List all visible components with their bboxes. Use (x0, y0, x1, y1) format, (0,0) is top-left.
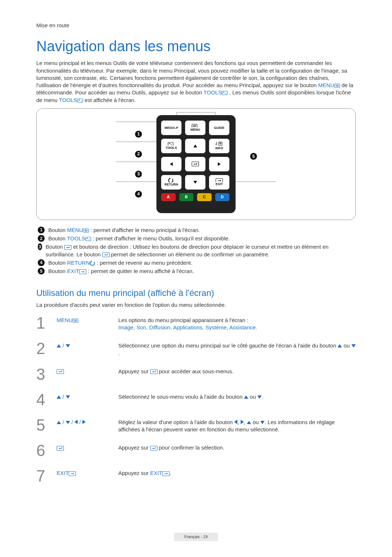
enter-icon (102, 252, 110, 257)
exit-icon (79, 269, 86, 274)
callout-num-5: 5 (38, 268, 45, 275)
step-key: MENU (57, 315, 118, 324)
enter-icon (150, 446, 158, 451)
callout-text: Bouton (48, 235, 67, 241)
tools-icon (222, 91, 228, 95)
step-5: 5 / / / Réglez la valeur d'une option à … (36, 414, 356, 440)
remote-tools-button: TOOLS (161, 138, 182, 154)
remote-left-button (161, 156, 182, 172)
step-number: 7 (36, 468, 57, 484)
tools-label: TOOLS (59, 97, 77, 103)
step-1: 1 MENU Les options du menu principal app… (36, 312, 356, 338)
steps-table: 1 MENU Les options du menu principal app… (36, 312, 356, 491)
callout-text: Bouton (46, 244, 65, 250)
footer-lang: Français (184, 534, 200, 539)
step-desc: Appuyez sur EXIT. (118, 468, 356, 477)
down-arrow-icon (260, 421, 265, 424)
step-desc: Sélectionnez le sous-menu voulu à l'aide… (118, 392, 356, 401)
up-arrow-icon (338, 344, 342, 347)
callout-text: : permet d'afficher le menu Outils, lors… (91, 235, 230, 241)
step-6: 6 Appuyez sur pour confirmer la sélectio… (36, 440, 356, 465)
step-desc: Sélectionnez une option du menu principa… (118, 341, 356, 357)
remote-right-button (209, 156, 230, 172)
callout-num-2: 2 (38, 235, 45, 242)
exit-icon (69, 471, 76, 476)
menu-icon (73, 318, 78, 323)
tools-label: TOOLS (67, 235, 85, 241)
callout-text: permet de sélectionner un élément ou de … (110, 251, 270, 257)
breadcrumb: Mise en route (36, 22, 356, 29)
callout-num-4: 4 (135, 191, 142, 198)
step-desc: Réglez la valeur d'une option à l'aide d… (118, 417, 356, 434)
remote-exit-button: EXIT (209, 175, 230, 190)
step-3: 3 Appuyez sur pour accéder aux sous-menu… (36, 363, 356, 389)
enter-icon (57, 446, 64, 451)
tools-icon (77, 98, 83, 103)
step-number: 2 (36, 341, 57, 357)
menu-label: MENU (318, 82, 334, 88)
up-arrow-icon (193, 145, 197, 147)
right-arrow-icon (241, 420, 244, 424)
callout-num-1: 1 (38, 227, 45, 233)
right-arrow-icon (82, 420, 86, 424)
callout-num-2: 2 (135, 151, 142, 158)
up-arrow-icon (57, 421, 61, 424)
enter-icon (64, 245, 72, 250)
subheading: Utilisation du menu principal (affiché à… (36, 287, 356, 299)
step-7: 7 EXIT Appuyez sur EXIT. (36, 465, 356, 491)
callout-text: Bouton (48, 260, 67, 266)
footer-page: 19 (203, 534, 208, 539)
left-arrow-icon (170, 162, 173, 166)
step-number: 3 (36, 366, 57, 382)
remote-a-button: A (161, 193, 176, 202)
up-arrow-icon (247, 421, 251, 424)
tools-icon (85, 237, 91, 241)
up-arrow-icon (57, 395, 61, 399)
step-key: / (57, 392, 118, 401)
down-arrow-icon (66, 344, 70, 347)
callout-num-3: 3 (135, 171, 142, 178)
right-arrow-icon (218, 162, 221, 166)
down-arrow-icon (66, 395, 70, 399)
down-arrow-icon (66, 421, 70, 424)
remote-mediap-button: MEDIA.P (161, 120, 182, 135)
intro-text: est affichée à l'écran. (85, 97, 136, 103)
exit-icon (162, 471, 170, 476)
callout-text: : permet de revenir au menu précédent. (95, 260, 192, 266)
callout-list: 1 Bouton MENU : permet d'afficher le men… (36, 227, 356, 275)
callout-text: : permet de quitter le menu affiché à l'… (86, 268, 194, 274)
down-arrow-icon (351, 344, 356, 347)
down-arrow-icon (193, 181, 197, 184)
step-4: 4 / Sélectionnez le sous-menu voulu à l'… (36, 389, 356, 414)
exit-label: EXIT (67, 268, 79, 274)
callout-text: Bouton (48, 227, 67, 233)
remote-enter-button (185, 156, 206, 172)
step-key (57, 366, 118, 375)
step-number: 6 (36, 443, 57, 459)
left-arrow-icon (74, 420, 78, 424)
remote-c-button: C (197, 193, 212, 202)
callout-text: Bouton (48, 268, 67, 274)
callout-num-3: 3 (38, 243, 42, 250)
up-arrow-icon (57, 344, 61, 347)
enter-icon (150, 369, 158, 374)
intro-text: Le menu principal et les menus Outils de… (36, 60, 347, 88)
remote-diagram: 1 2 3 4 MEDIA.P MENU GUIDE TOOLS INFO RE… (36, 108, 356, 220)
sublead: La procédure d'accès peut varier en fonc… (36, 301, 356, 309)
step-number: 5 (36, 417, 57, 433)
step-key: / / / (57, 417, 118, 426)
intro-paragraph: Le menu principal et les menus Outils de… (36, 60, 356, 104)
remote-return-button: RETURN (161, 175, 182, 190)
remote-info-button: INFO (209, 138, 230, 154)
remote-down-button (185, 175, 206, 190)
step-number: 1 (36, 315, 57, 331)
step-key (57, 443, 118, 451)
step-2: 2 / Sélectionnez une option du menu prin… (36, 338, 356, 363)
menu-label: MENU (67, 227, 83, 233)
remote-menu-button: MENU (185, 120, 206, 135)
page-title: Navigation dans les menus (36, 36, 356, 56)
step-key: / (57, 341, 118, 349)
callout-num-4: 4 (38, 259, 45, 266)
callout-text: : permet d'afficher le menu principal à … (89, 227, 200, 233)
tools-label: TOOLS (204, 89, 222, 95)
